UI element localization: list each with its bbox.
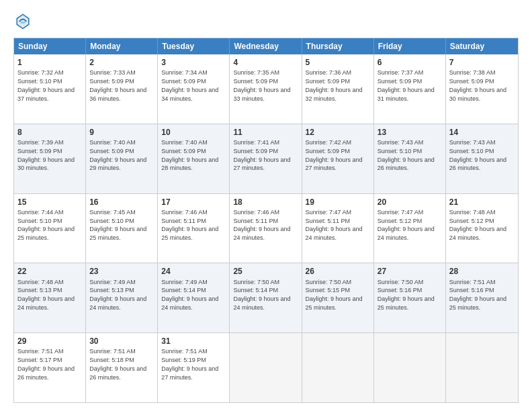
empty-cell — [446, 333, 518, 402]
sunrise-time: Sunrise: 7:51 AM — [17, 348, 64, 355]
weekday-header: Wednesday — [230, 38, 302, 54]
day-cell: 22 Sunrise: 7:48 AM Sunset: 5:13 PM Dayl… — [14, 263, 86, 332]
daylight-hours: Daylight: 9 hours and 24 minutes. — [306, 226, 363, 241]
daylight-hours: Daylight: 9 hours and 33 minutes. — [233, 87, 290, 102]
daylight-hours: Daylight: 9 hours and 26 minutes. — [17, 365, 75, 381]
sunrise-time: Sunrise: 7:50 AM — [233, 279, 279, 285]
day-number: 11 — [233, 127, 298, 138]
day-cell: 11 Sunrise: 7:41 AM Sunset: 5:09 PM Dayl… — [230, 124, 302, 193]
daylight-hours: Daylight: 9 hours and 24 minutes. — [161, 295, 218, 311]
daylight-hours: Daylight: 9 hours and 25 minutes. — [161, 226, 218, 241]
daylight-hours: Daylight: 9 hours and 34 minutes. — [161, 87, 218, 102]
day-number: 31 — [161, 336, 226, 347]
sunset-time: Sunset: 5:12 PM — [449, 218, 494, 224]
day-number: 28 — [449, 266, 515, 277]
sunrise-time: Sunrise: 7:42 AM — [306, 139, 352, 146]
sunrise-time: Sunrise: 7:51 AM — [161, 348, 208, 355]
sunset-time: Sunset: 5:09 PM — [89, 148, 134, 154]
day-number: 5 — [306, 57, 370, 68]
weekday-header: Saturday — [446, 38, 518, 54]
sunset-time: Sunset: 5:16 PM — [378, 287, 423, 293]
sunset-time: Sunset: 5:09 PM — [306, 148, 351, 154]
weekday-header: Sunday — [14, 38, 86, 54]
day-cell: 10 Sunrise: 7:40 AM Sunset: 5:09 PM Dayl… — [158, 124, 230, 193]
day-cell: 3 Sunrise: 7:34 AM Sunset: 5:09 PM Dayli… — [158, 54, 230, 124]
day-cell: 31 Sunrise: 7:51 AM Sunset: 5:19 PM Dayl… — [158, 333, 230, 402]
day-cell: 15 Sunrise: 7:44 AM Sunset: 5:10 PM Dayl… — [14, 194, 86, 263]
sunrise-time: Sunrise: 7:40 AM — [89, 139, 136, 146]
logo — [13, 12, 35, 31]
day-cell: 17 Sunrise: 7:46 AM Sunset: 5:11 PM Dayl… — [158, 194, 230, 263]
sunrise-time: Sunrise: 7:39 AM — [17, 139, 64, 146]
daylight-hours: Daylight: 9 hours and 26 minutes. — [378, 156, 435, 172]
day-cell: 9 Sunrise: 7:40 AM Sunset: 5:09 PM Dayli… — [86, 124, 158, 193]
daylight-hours: Daylight: 9 hours and 25 minutes. — [449, 295, 506, 311]
sunset-time: Sunset: 5:12 PM — [378, 218, 423, 224]
daylight-hours: Daylight: 9 hours and 24 minutes. — [233, 295, 290, 311]
page: SundayMondayTuesdayWednesdayThursdayFrid… — [0, 0, 532, 411]
day-cell: 26 Sunrise: 7:50 AM Sunset: 5:15 PM Dayl… — [302, 263, 374, 332]
day-number: 29 — [17, 336, 82, 347]
sunrise-time: Sunrise: 7:46 AM — [161, 209, 208, 216]
sunrise-time: Sunrise: 7:45 AM — [89, 209, 136, 216]
day-cell: 5 Sunrise: 7:36 AM Sunset: 5:09 PM Dayli… — [302, 54, 374, 124]
day-number: 30 — [89, 336, 154, 347]
day-cell: 20 Sunrise: 7:47 AM Sunset: 5:12 PM Dayl… — [374, 194, 446, 263]
day-cell: 14 Sunrise: 7:43 AM Sunset: 5:10 PM Dayl… — [446, 124, 518, 193]
sunrise-time: Sunrise: 7:47 AM — [306, 209, 352, 216]
daylight-hours: Daylight: 9 hours and 27 minutes. — [233, 156, 290, 172]
day-number: 22 — [17, 266, 82, 277]
sunset-time: Sunset: 5:09 PM — [378, 78, 423, 85]
sunset-time: Sunset: 5:13 PM — [89, 287, 134, 293]
sunset-time: Sunset: 5:14 PM — [161, 287, 206, 293]
sunrise-time: Sunrise: 7:33 AM — [89, 69, 136, 76]
daylight-hours: Daylight: 9 hours and 25 minutes. — [306, 295, 363, 311]
day-cell: 13 Sunrise: 7:43 AM Sunset: 5:10 PM Dayl… — [374, 124, 446, 193]
day-cell: 29 Sunrise: 7:51 AM Sunset: 5:17 PM Dayl… — [14, 333, 86, 402]
weekday-header: Monday — [86, 38, 158, 54]
sunrise-time: Sunrise: 7:40 AM — [161, 139, 208, 146]
daylight-hours: Daylight: 9 hours and 28 minutes. — [161, 156, 218, 172]
calendar-row: 15 Sunrise: 7:44 AM Sunset: 5:10 PM Dayl… — [14, 193, 518, 263]
empty-cell — [302, 333, 374, 402]
day-cell: 8 Sunrise: 7:39 AM Sunset: 5:09 PM Dayli… — [14, 124, 86, 193]
day-cell: 28 Sunrise: 7:51 AM Sunset: 5:16 PM Dayl… — [446, 263, 518, 332]
day-cell: 23 Sunrise: 7:49 AM Sunset: 5:13 PM Dayl… — [86, 263, 158, 332]
calendar: SundayMondayTuesdayWednesdayThursdayFrid… — [13, 38, 519, 403]
sunrise-time: Sunrise: 7:49 AM — [89, 279, 136, 285]
sunset-time: Sunset: 5:19 PM — [161, 357, 206, 363]
sunrise-time: Sunrise: 7:51 AM — [89, 348, 136, 355]
day-cell: 7 Sunrise: 7:38 AM Sunset: 5:09 PM Dayli… — [446, 54, 518, 124]
day-cell: 12 Sunrise: 7:42 AM Sunset: 5:09 PM Dayl… — [302, 124, 374, 193]
sunset-time: Sunset: 5:09 PM — [306, 78, 351, 85]
day-cell: 24 Sunrise: 7:49 AM Sunset: 5:14 PM Dayl… — [158, 263, 230, 332]
sunrise-time: Sunrise: 7:44 AM — [17, 209, 64, 216]
day-number: 13 — [378, 127, 442, 138]
day-number: 23 — [89, 266, 154, 277]
daylight-hours: Daylight: 9 hours and 24 minutes. — [449, 226, 506, 241]
day-number: 16 — [89, 197, 154, 208]
daylight-hours: Daylight: 9 hours and 37 minutes. — [17, 87, 75, 102]
day-cell: 1 Sunrise: 7:32 AM Sunset: 5:10 PM Dayli… — [14, 54, 86, 124]
calendar-body: 1 Sunrise: 7:32 AM Sunset: 5:10 PM Dayli… — [14, 54, 518, 402]
sunset-time: Sunset: 5:11 PM — [161, 218, 206, 224]
sunset-time: Sunset: 5:09 PM — [233, 78, 278, 85]
day-number: 19 — [306, 197, 370, 208]
sunset-time: Sunset: 5:09 PM — [89, 78, 134, 85]
sunset-time: Sunset: 5:09 PM — [17, 148, 62, 154]
daylight-hours: Daylight: 9 hours and 32 minutes. — [306, 87, 363, 102]
sunset-time: Sunset: 5:10 PM — [17, 218, 62, 224]
weekday-header: Thursday — [302, 38, 374, 54]
day-cell: 30 Sunrise: 7:51 AM Sunset: 5:18 PM Dayl… — [86, 333, 158, 402]
sunrise-time: Sunrise: 7:48 AM — [449, 209, 496, 216]
day-number: 24 — [161, 266, 226, 277]
day-number: 26 — [306, 266, 370, 277]
calendar-header: SundayMondayTuesdayWednesdayThursdayFrid… — [14, 38, 518, 54]
day-cell: 25 Sunrise: 7:50 AM Sunset: 5:14 PM Dayl… — [230, 263, 302, 332]
day-number: 10 — [161, 127, 226, 138]
sunset-time: Sunset: 5:13 PM — [17, 287, 62, 293]
sunset-time: Sunset: 5:15 PM — [306, 287, 351, 293]
daylight-hours: Daylight: 9 hours and 24 minutes. — [17, 295, 75, 311]
day-number: 8 — [17, 127, 82, 138]
day-number: 12 — [306, 127, 370, 138]
